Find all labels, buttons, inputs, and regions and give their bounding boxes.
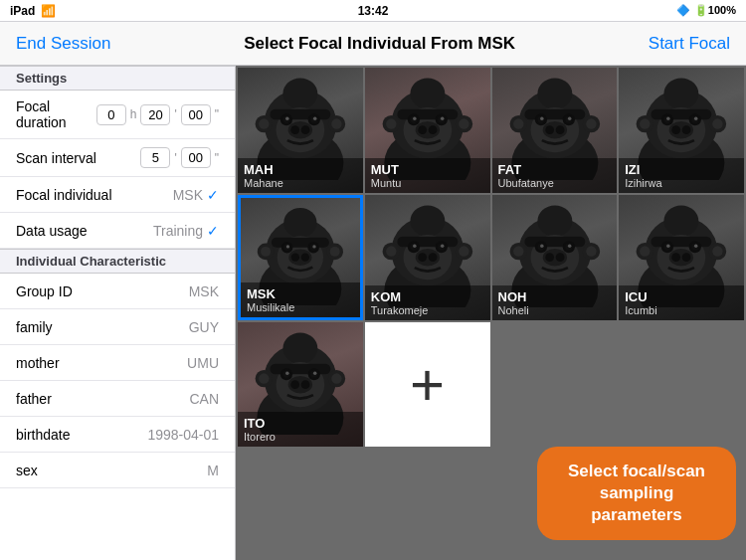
svg-point-13: [301, 125, 310, 134]
svg-point-124: [513, 246, 523, 256]
focal-individual-row[interactable]: Focal individual MSK ✓: [0, 177, 235, 213]
svg-point-49: [555, 125, 564, 134]
gorilla-name-fat: Ubufatanye: [498, 177, 612, 189]
scan-interval-row: Scan interval ' ": [0, 139, 235, 177]
focal-duration-inputs: h ' ": [96, 104, 219, 125]
svg-point-71: [712, 118, 722, 128]
svg-rect-130: [652, 237, 712, 247]
gorilla-code-noh: NOH: [498, 289, 612, 304]
father-label: father: [16, 391, 52, 407]
svg-point-45: [540, 117, 543, 120]
birthdate-label: birthdate: [16, 427, 70, 443]
scan-interval-inputs: ' ": [140, 147, 219, 168]
focal-duration-s[interactable]: [181, 104, 211, 125]
svg-point-142: [640, 246, 650, 256]
svg-point-46: [567, 117, 570, 120]
group-id-row: Group ID MSK: [0, 274, 235, 309]
gorilla-cell-mah[interactable]: MAH Mahane: [238, 68, 363, 193]
group-id-label: Group ID: [16, 283, 73, 299]
data-usage-label: Data usage: [16, 223, 88, 239]
status-bar-right: 🔷 🔋100%: [676, 4, 736, 17]
bluetooth-icon: 🔷: [676, 4, 690, 17]
gorilla-label-izi: IZI Izihirwa: [619, 158, 744, 193]
svg-point-146: [282, 332, 317, 363]
add-icon: +: [410, 350, 445, 419]
family-value: GUY: [189, 319, 219, 335]
svg-point-30: [418, 125, 427, 134]
father-value: CAN: [189, 391, 219, 407]
gorilla-cell-fat[interactable]: FAT Ubufatanye: [492, 68, 618, 193]
tooltip-bubble: Select focal/scan sampling parameters: [537, 447, 736, 540]
gorilla-label-fat: FAT Ubufatanye: [492, 158, 618, 193]
svg-point-84: [291, 253, 299, 261]
gorilla-code-ito: ITO: [244, 416, 357, 431]
svg-point-67: [682, 125, 691, 134]
svg-point-160: [259, 373, 269, 383]
gorilla-cell-msk[interactable]: MSK Musilikale: [238, 195, 363, 320]
svg-point-28: [441, 117, 444, 120]
gorilla-name-icu: Icumbi: [625, 304, 738, 316]
gorilla-label-ito: ITO Itorero: [238, 412, 363, 447]
svg-point-17: [331, 118, 341, 128]
svg-point-63: [666, 117, 669, 120]
svg-point-117: [540, 244, 543, 247]
start-focal-button[interactable]: Start Focal: [649, 34, 730, 54]
svg-point-66: [672, 125, 681, 134]
svg-point-9: [285, 117, 288, 120]
svg-point-102: [418, 253, 427, 262]
end-session-button[interactable]: End Session: [16, 34, 110, 54]
svg-point-70: [640, 118, 650, 128]
svg-point-27: [413, 117, 416, 120]
gorilla-code-msk: MSK: [247, 286, 354, 301]
mother-row: mother UMU: [0, 345, 235, 381]
gorilla-cell-icu[interactable]: ICU Icumbi: [619, 195, 744, 320]
gorilla-cell-ito[interactable]: ITO Itorero: [238, 322, 363, 448]
focal-individual-checkmark: ✓: [207, 187, 219, 203]
svg-point-12: [290, 125, 299, 134]
svg-point-82: [312, 245, 315, 248]
sidebar: Settings Focal duration h ' " Scan inter…: [0, 66, 236, 560]
focal-individual-label: Focal individual: [16, 187, 112, 203]
focal-duration-m-unit: ': [174, 107, 176, 121]
gorilla-cell-noh[interactable]: NOH Noheli: [492, 195, 618, 320]
data-usage-row[interactable]: Data usage Training ✓: [0, 213, 235, 249]
svg-point-88: [261, 247, 271, 257]
svg-point-157: [301, 380, 310, 389]
group-id-value: MSK: [189, 283, 219, 299]
gorilla-code-mah: MAH: [244, 162, 357, 177]
nav-bar: End Session Select Focal Individual From…: [0, 22, 746, 66]
gorilla-name-mut: Muntu: [371, 177, 484, 189]
svg-point-120: [545, 253, 554, 262]
data-usage-value: Training: [153, 223, 203, 239]
wifi-icon: 📶: [41, 4, 56, 18]
mother-value: UMU: [187, 355, 219, 371]
scan-interval-m[interactable]: [140, 147, 170, 168]
focal-individual-value: MSK: [173, 187, 203, 203]
gorilla-cell-izi[interactable]: IZI Izihirwa: [619, 68, 744, 193]
focal-duration-h[interactable]: [96, 104, 126, 125]
svg-point-34: [386, 118, 396, 128]
ipad-label: iPad: [10, 4, 35, 18]
add-new-gorilla-button[interactable]: +: [365, 322, 490, 448]
status-bar-time: 13:42: [358, 4, 389, 18]
svg-point-2: [282, 78, 317, 108]
settings-header: Settings: [0, 66, 235, 91]
scan-interval-s[interactable]: [181, 147, 211, 168]
father-row: father CAN: [0, 381, 235, 417]
svg-point-74: [283, 208, 316, 238]
gorilla-cell-kom[interactable]: KOM Turakomeje: [365, 195, 490, 320]
svg-point-143: [712, 246, 722, 256]
gorilla-label-icu: ICU Icumbi: [619, 285, 744, 320]
family-label: family: [16, 319, 53, 335]
svg-point-64: [694, 117, 697, 120]
svg-point-110: [537, 205, 572, 236]
gorilla-name-msk: Musilikale: [247, 301, 354, 313]
focal-duration-m[interactable]: [140, 104, 170, 125]
svg-point-20: [410, 78, 445, 108]
svg-point-103: [428, 253, 437, 262]
gorilla-label-noh: NOH Noheli: [492, 285, 618, 320]
svg-point-38: [537, 78, 572, 108]
birthdate-row: birthdate 1998-04-01: [0, 417, 235, 453]
scan-interval-label: Scan interval: [16, 150, 96, 166]
gorilla-cell-mut[interactable]: MUT Muntu: [365, 68, 490, 193]
